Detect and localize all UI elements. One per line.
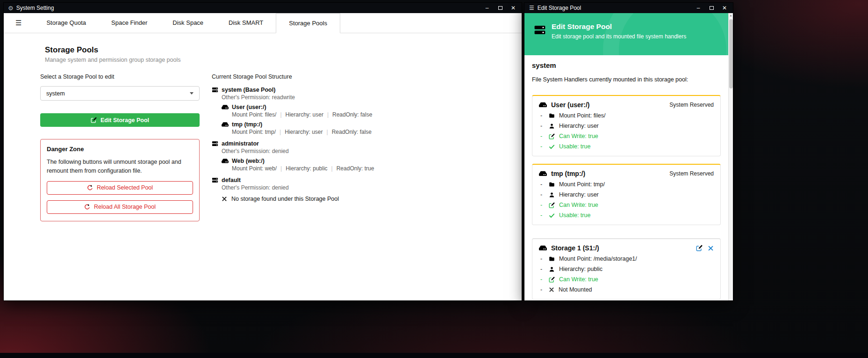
- check-icon: [549, 212, 555, 219]
- window-title: Edit Storage Pool: [538, 5, 581, 11]
- desktop: ⚙ System Setting – ✕ ☰ Storage Quota Spa…: [0, 0, 868, 358]
- page-title: Storage Pools: [45, 45, 522, 55]
- tab-storage-quota[interactable]: Storage Quota: [34, 13, 99, 33]
- user-icon: [549, 266, 555, 272]
- storage-hierarchy: Hierarchy: public: [286, 165, 327, 172]
- pool-permission: Other's Permission: readwrite: [222, 94, 522, 101]
- tab-disk-smart[interactable]: Disk SMART: [216, 13, 276, 33]
- minimize-button[interactable]: –: [481, 3, 494, 13]
- handler-mount-point: Mount Point: /media/storage1/: [540, 256, 714, 262]
- storage-pool-select[interactable]: system: [40, 86, 200, 101]
- storage-entry: tmp (tmp:/) Mount Point: tmp/Hierarchy: …: [222, 121, 522, 135]
- tab-storage-pools[interactable]: Storage Pools: [276, 13, 340, 33]
- handler-not-mounted: Not Mounted: [540, 286, 714, 293]
- handler-hierarchy: Hierarchy: user: [540, 123, 714, 129]
- handler-title: tmp (tmp:/): [551, 170, 585, 177]
- edit-window-scrollbar[interactable]: ▲: [728, 13, 733, 300]
- storage-mount: Mount Point: tmp/: [232, 129, 276, 135]
- close-button[interactable]: ✕: [718, 3, 731, 13]
- storage-name: tmp (tmp:/): [232, 121, 262, 128]
- storage-pool-tree: system (Base Pool) Other's Permission: r…: [212, 87, 522, 202]
- handler-title: User (user:/): [551, 101, 589, 109]
- hdd-icon: [222, 158, 229, 164]
- select-pool-label: Select a Storage Pool to edit: [40, 73, 200, 80]
- hdd-icon: [539, 170, 547, 177]
- main-titlebar[interactable]: ⚙ System Setting – ✕: [4, 3, 522, 13]
- folder-icon: [549, 182, 555, 188]
- times-icon: [222, 196, 227, 202]
- reload-selected-pool-button[interactable]: Reload Selected Pool: [47, 181, 193, 195]
- minimize-button[interactable]: –: [692, 3, 705, 13]
- reload-all-pool-button[interactable]: Reload All Storage Pool: [47, 200, 193, 214]
- scroll-up-icon[interactable]: ▲: [729, 13, 733, 18]
- fs-handler-card-tmp: tmp (tmp:/) System Reserved Mount Point:…: [532, 164, 721, 225]
- close-button[interactable]: ✕: [507, 3, 520, 13]
- system-reserved-badge: System Reserved: [669, 102, 714, 108]
- settings-tabbar: ☰ Storage Quota Space Finder Disk Space …: [4, 13, 522, 33]
- banner-subtitle: Edit storage pool and its mounted file s…: [552, 33, 686, 40]
- maximize-button[interactable]: [494, 3, 507, 13]
- edit-handler-icon[interactable]: [696, 245, 703, 251]
- edit-storage-pool-button[interactable]: Edit Storage Pool: [40, 113, 200, 127]
- server-icon: [534, 24, 546, 36]
- danger-zone-description: The following buttons will unmount stora…: [47, 158, 193, 175]
- storage-hierarchy: Hierarchy: user: [286, 111, 323, 118]
- handler-usable: Usable: true: [540, 143, 714, 150]
- storage-readonly: ReadOnly: true: [337, 165, 374, 172]
- fs-handler-card-storage1: Storage 1 (S1:/) Mount Point: /media/sto…: [532, 238, 721, 300]
- handler-can-write: Can Write: true: [540, 202, 714, 208]
- system-setting-window: ⚙ System Setting – ✕ ☰ Storage Quota Spa…: [4, 3, 522, 300]
- selected-pool-value: system: [46, 90, 65, 97]
- user-icon: [549, 123, 555, 129]
- handlers-description: File System Handlers currently mounted i…: [532, 76, 721, 83]
- hamburger-menu-icon[interactable]: ☰: [15, 19, 22, 27]
- edit-titlebar[interactable]: ☰ Edit Storage Pool – ✕: [524, 3, 733, 13]
- storage-name: Web (web:/): [232, 158, 265, 164]
- maximize-icon: [498, 6, 502, 10]
- menu-icon: ☰: [529, 5, 534, 11]
- storage-readonly: ReadOnly: false: [332, 111, 372, 118]
- storage-entry: Web (web:/) Mount Point: web/Hierarchy: …: [222, 158, 522, 172]
- system-reserved-badge: System Reserved: [669, 170, 714, 177]
- server-icon: [212, 87, 218, 93]
- storage-name: User (user:/): [232, 104, 266, 110]
- empty-pool-message: No storage found under this Storage Pool: [222, 196, 522, 202]
- pool-group-administrator: administrator Other's Permission: denied…: [212, 140, 522, 172]
- pool-group-system: system (Base Pool) Other's Permission: r…: [212, 87, 522, 135]
- handler-hierarchy: Hierarchy: public: [540, 266, 714, 272]
- user-icon: [549, 192, 555, 198]
- storage-entry: User (user:/) Mount Point: files/Hierarc…: [222, 104, 522, 118]
- edit-icon: [549, 133, 555, 139]
- structure-label: Current Storage Pool Structure: [212, 73, 522, 80]
- storage-mount: Mount Point: web/: [232, 165, 277, 172]
- tab-disk-space[interactable]: Disk Space: [160, 13, 216, 33]
- edit-pool-banner: Edit Storage Pool Edit storage pool and …: [524, 13, 728, 55]
- edit-icon: [549, 202, 555, 208]
- tab-space-finder[interactable]: Space Finder: [99, 13, 160, 33]
- storage-mount: Mount Point: files/: [232, 111, 276, 118]
- check-icon: [549, 144, 555, 150]
- server-icon: [212, 177, 218, 183]
- pool-permission: Other's Permission: denied: [222, 184, 522, 191]
- edit-icon: [549, 277, 555, 283]
- pool-name: system (Base Pool): [222, 87, 275, 93]
- hdd-icon: [539, 102, 547, 108]
- handler-usable: Usable: true: [540, 212, 714, 219]
- times-icon: [549, 287, 554, 292]
- chevron-down-icon: [190, 92, 194, 95]
- folder-icon: [549, 113, 555, 119]
- handler-can-write: Can Write: true: [540, 276, 714, 283]
- scrollbar-thumb[interactable]: [729, 19, 733, 88]
- pool-name: default: [222, 177, 241, 183]
- edit-icon: [91, 117, 97, 123]
- window-title: System Setting: [16, 5, 54, 11]
- handler-title: Storage 1 (S1:/): [551, 244, 599, 252]
- server-icon: [212, 140, 218, 147]
- maximize-icon: [710, 6, 714, 10]
- refresh-icon: [87, 185, 93, 191]
- maximize-button[interactable]: [705, 3, 718, 13]
- remove-handler-icon[interactable]: [708, 245, 714, 251]
- hdd-icon: [222, 104, 229, 110]
- refresh-icon: [84, 204, 90, 210]
- danger-zone-title: Danger Zone: [47, 146, 193, 153]
